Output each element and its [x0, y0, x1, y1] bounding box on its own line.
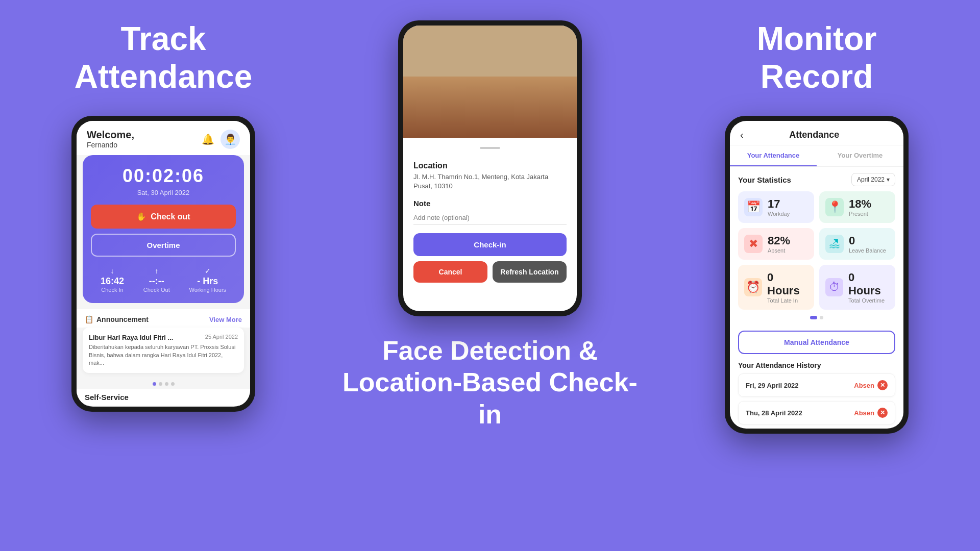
absent-num: 82% [768, 234, 790, 247]
absent-badge-2: ✕ [877, 408, 888, 418]
dot-3 [165, 382, 168, 386]
right-phone: ‹ Attendance Your Attendance Your Overti… [725, 116, 909, 434]
checkin-label: Check In [101, 287, 124, 293]
middle-phone: Location Jl. M.H. Thamrin No.1, Menteng,… [398, 20, 582, 316]
tab-your-attendance[interactable]: Your Attendance [730, 145, 817, 166]
refresh-location-button[interactable]: Refresh Location [493, 261, 567, 283]
right-title-line2: Record [761, 58, 873, 95]
camera-view [403, 26, 577, 138]
dot-2 [159, 382, 162, 386]
leave-num: 0 [849, 234, 886, 247]
history-status-2: Absen ✕ [854, 408, 888, 418]
ann-date: 25 April 2022 [205, 334, 238, 341]
location-icon: 📍 [825, 198, 844, 216]
overtime-icon: ⏱ [825, 278, 843, 296]
ann-title: Libur Hari Raya Idul Fitri ... [89, 334, 173, 341]
cdot-2 [820, 316, 823, 319]
attendance-card: 00:02:06 Sat, 30 April 2022 ✋ Check out … [83, 155, 244, 303]
self-service-label: Self-Service [77, 389, 250, 406]
cancel-button[interactable]: Cancel [413, 261, 487, 283]
checkin-button[interactable]: Check-in [413, 233, 567, 256]
working-icon: ✓ [189, 267, 227, 275]
checkout-label2: Check Out [143, 287, 170, 293]
camera-wall [403, 26, 577, 82]
note-input[interactable] [413, 211, 567, 225]
absent-badge-1: ✕ [877, 380, 888, 390]
track-attendance-title: Track Attendance [75, 20, 253, 95]
calendar-icon: 📅 [744, 198, 763, 216]
modal-actions: Cancel Refresh Location [413, 261, 567, 283]
note-label: Note [413, 199, 567, 208]
tab-your-overtime[interactable]: Your Overtime [817, 145, 903, 166]
chevron-down-icon: ▾ [887, 176, 890, 183]
late-num: 0 Hours [767, 271, 808, 297]
middle-hero-text: Face Detection & Location-Based Check-in [342, 336, 638, 429]
attendance-header: ‹ Attendance [730, 121, 903, 145]
stat-late: ⏰ 0 Hours Total Late In [738, 265, 814, 310]
time-row: ↓ 16:42 Check In ↑ --:-- Check Out ✓ - H… [91, 267, 236, 293]
user-name: Fernando [87, 141, 134, 149]
view-more-link[interactable]: View More [209, 316, 242, 323]
stats-grid: 📅 17 Workday 📍 18% Present [738, 191, 895, 310]
workday-num: 17 [768, 197, 790, 211]
stats-carousel-dots [738, 316, 895, 319]
checkin-value: 16:42 [101, 276, 124, 287]
overtime-num: 0 Hours [848, 271, 889, 297]
bell-icon[interactable]: 🔔 [202, 133, 214, 145]
title-line2: Attendance [75, 58, 253, 95]
stat-overtime: ⏱ 0 Hours Total Overtime [819, 265, 895, 310]
checkout-button[interactable]: ✋ Check out [91, 205, 236, 229]
history-row-1: Fri, 29 April 2022 Absen ✕ [738, 373, 895, 397]
date-display: Sat, 30 April 2022 [91, 189, 236, 196]
announcement-section: 📋 Announcement View More [77, 309, 250, 328]
history-label: Your Attendance History [730, 361, 903, 373]
month-selector[interactable]: April 2022 ▾ [851, 173, 895, 186]
announcement-title: Announcement [96, 315, 149, 323]
left-column: Track Attendance Welcome, Fernando 🔔 👨‍💼… [0, 0, 327, 551]
stat-present: 📍 18% Present [819, 191, 895, 223]
overtime-desc: Total Overtime [848, 297, 889, 304]
drag-bar-indicator [480, 147, 500, 149]
dot-1 [153, 382, 156, 386]
history-date-1: Fri, 29 April 2022 [746, 382, 799, 389]
attendance-tabs: Your Attendance Your Overtime [730, 145, 903, 167]
stat-absent: ✖ 82% Absent [738, 228, 814, 260]
face-detection-title: Face Detection & Location-Based Check-in [337, 335, 643, 430]
stat-leave: 🏖 0 Leave Balance [819, 228, 895, 260]
announce-icon: 📋 [85, 315, 93, 323]
back-button[interactable]: ‹ [740, 129, 744, 141]
middle-column: Location Jl. M.H. Thamrin No.1, Menteng,… [327, 0, 653, 551]
camera-furniture [403, 77, 577, 138]
location-address: Jl. M.H. Thamrin No.1, Menteng, Kota Jak… [413, 172, 567, 191]
history-date-2: Thu, 28 April 2022 [746, 409, 802, 417]
checkin-icon: ↓ [101, 267, 124, 275]
late-desc: Total Late In [767, 297, 808, 304]
avatar[interactable]: 👨‍💼 [220, 130, 240, 149]
checkin-modal: Location Jl. M.H. Thamrin No.1, Menteng,… [403, 153, 577, 291]
absent-desc: Absent [768, 247, 790, 254]
right-title-line1: Monitor [757, 20, 877, 57]
history-row-2: Thu, 28 April 2022 Absen ✕ [738, 401, 895, 424]
manual-attendance-button[interactable]: Manual Attendance [738, 331, 895, 354]
left-phone: Welcome, Fernando 🔔 👨‍💼 00:02:06 Sat, 30… [71, 116, 255, 412]
monitor-record-title: Monitor Record [757, 20, 877, 95]
right-column: Monitor Record ‹ Attendance Your Attenda… [653, 0, 980, 551]
time-display: 00:02:06 [91, 165, 236, 187]
stats-label: Your Statistics [738, 176, 791, 184]
absent-icon: ✖ [744, 235, 763, 253]
present-desc: Present [849, 211, 871, 217]
title-line1: Track [120, 20, 206, 57]
checkout-value: --:-- [143, 276, 170, 287]
present-num: 18% [849, 197, 871, 211]
working-label: Working Hours [189, 287, 227, 293]
leave-icon: 🏖 [825, 235, 844, 253]
stats-header: Your Statistics April 2022 ▾ [738, 173, 895, 186]
dot-4 [171, 382, 175, 386]
overtime-button[interactable]: Overtime [91, 234, 236, 257]
stat-workday: 📅 17 Workday [738, 191, 814, 223]
attendance-header-title: Attendance [748, 130, 881, 140]
hand-icon: ✋ [136, 212, 146, 221]
history-status-1: Absen ✕ [854, 380, 888, 390]
carousel-dots [77, 379, 250, 389]
ann-body: Diberitahukan kepada seluruh karyawan PT… [89, 343, 238, 367]
